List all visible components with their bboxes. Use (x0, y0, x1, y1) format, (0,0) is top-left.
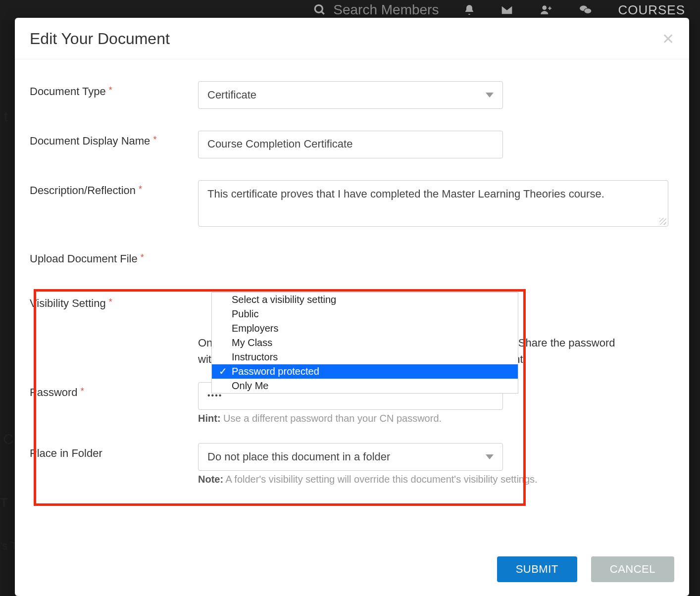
submit-button[interactable]: SUBMIT (497, 556, 577, 582)
label-folder: Place in Folder (30, 443, 198, 460)
modal-body: Document Type * Certificate Document Dis… (15, 59, 689, 549)
add-user-icon[interactable] (539, 3, 553, 16)
label-display-name: Document Display Name * (30, 131, 198, 148)
bg-letter: T (0, 495, 8, 510)
svg-line-1 (321, 11, 324, 14)
nav-courses[interactable]: COURSES (618, 2, 685, 18)
chat-icon[interactable] (578, 3, 593, 16)
svg-point-4 (584, 8, 592, 14)
folder-value: Do not place this document in a folder (207, 450, 390, 463)
search-members[interactable]: Search Members (313, 2, 439, 18)
visibility-dropdown: Select a visibility setting Public Emplo… (211, 292, 518, 394)
chevron-down-icon (486, 454, 494, 459)
search-placeholder: Search Members (333, 2, 439, 18)
bg-letter: C (3, 431, 14, 447)
resize-handle[interactable] (659, 218, 666, 225)
label-doc-type: Document Type * (30, 81, 198, 98)
doc-type-select[interactable]: Certificate (198, 81, 503, 109)
visibility-option-selected[interactable]: Password protected (212, 364, 518, 379)
modal-header: Edit Your Document ✕ (15, 18, 689, 59)
svg-point-2 (543, 5, 547, 10)
modal-footer: SUBMIT CANCEL (15, 549, 689, 596)
close-icon[interactable]: ✕ (662, 32, 674, 47)
visibility-option[interactable]: Only Me (212, 379, 518, 393)
modal-title: Edit Your Document (30, 30, 170, 48)
mail-icon[interactable] (500, 4, 514, 15)
svg-point-0 (315, 5, 322, 12)
visibility-option[interactable]: Employers (212, 321, 518, 336)
label-visibility: Visibility Setting * (30, 293, 198, 310)
visibility-option[interactable]: Select a visibility setting (212, 293, 518, 307)
doc-type-value: Certificate (207, 89, 256, 101)
display-name-input[interactable]: Course Completion Certificate (198, 131, 503, 158)
top-nav: Search Members COURSES (0, 0, 700, 20)
folder-note: Note: A folder's visibility setting will… (198, 474, 674, 485)
bell-icon[interactable] (463, 3, 475, 16)
label-password: Password * (30, 382, 198, 399)
label-upload-file: Upload Document File * (30, 248, 198, 265)
visibility-option[interactable]: Instructors (212, 350, 518, 364)
edit-document-modal: Edit Your Document ✕ Document Type * Cer… (15, 18, 689, 596)
visibility-option[interactable]: My Class (212, 336, 518, 350)
cancel-button[interactable]: CANCEL (591, 556, 674, 582)
bg-letter: t (4, 109, 8, 125)
password-hint: Hint: Use a different password than your… (198, 413, 674, 424)
folder-select[interactable]: Do not place this document in a folder (198, 443, 503, 471)
search-icon (313, 3, 326, 16)
visibility-option[interactable]: Public (212, 307, 518, 321)
chevron-down-icon (486, 93, 494, 98)
description-textarea[interactable]: This certificate proves that I have comp… (198, 180, 668, 227)
label-description: Description/Reflection * (30, 180, 198, 197)
